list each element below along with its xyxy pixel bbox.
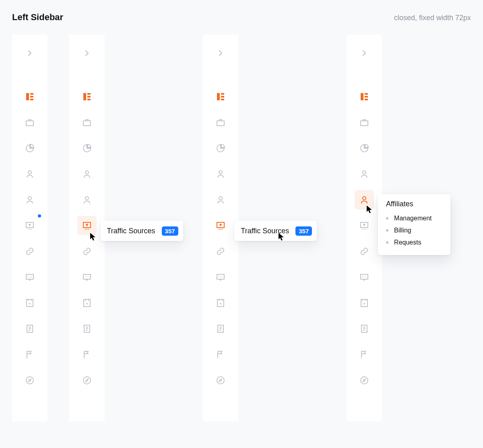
- file-star-icon: [82, 298, 92, 308]
- person-icon: [25, 169, 35, 179]
- sidebar-item-messages[interactable]: [12, 264, 47, 290]
- chevron-right-icon[interactable]: [359, 48, 369, 58]
- sidebar-item-flags[interactable]: [203, 342, 238, 367]
- briefcase-icon: [359, 118, 369, 127]
- sidebar-item-deals[interactable]: [12, 290, 47, 316]
- svg-rect-4: [26, 121, 33, 126]
- file-star-icon: [25, 298, 35, 308]
- flag-icon: [359, 350, 369, 359]
- svg-rect-0: [26, 93, 29, 100]
- sidebar-item-analytics[interactable]: [12, 135, 47, 161]
- sidebar-item-links[interactable]: [203, 239, 238, 264]
- sidebar-item-flags[interactable]: [347, 342, 382, 367]
- chevron-right-icon[interactable]: [25, 48, 35, 58]
- sidebar-item-work[interactable]: [12, 110, 47, 135]
- sidebar-item-reports[interactable]: [69, 316, 105, 342]
- sidebar-item-explore[interactable]: [69, 367, 105, 393]
- document-icon: [25, 324, 35, 334]
- sidebar-item-affiliates[interactable]: [69, 187, 105, 213]
- sidebar-item-links[interactable]: [69, 239, 105, 264]
- svg-rect-1: [30, 93, 33, 95]
- chevron-right-icon[interactable]: [216, 48, 225, 58]
- person-icon: [25, 195, 35, 205]
- variant-tooltip-popover-cursor: Traffic Sources 357: [203, 35, 347, 421]
- sidebar-item-dashboard[interactable]: [347, 84, 382, 110]
- sidebar-item-messages[interactable]: [203, 264, 238, 290]
- sidebar-item-explore[interactable]: [12, 367, 47, 393]
- compass-icon: [82, 375, 92, 385]
- sidebar-item-analytics[interactable]: [69, 135, 105, 161]
- sidebar-item-reports[interactable]: [203, 316, 238, 342]
- person-icon: [216, 169, 225, 179]
- sidebar-item-deals[interactable]: [69, 290, 105, 316]
- sidebar-item-reports[interactable]: [347, 316, 382, 342]
- sidebar-item-users[interactable]: [203, 161, 238, 187]
- sidebar-item-work[interactable]: [69, 110, 105, 135]
- tooltip-label: Traffic Sources: [241, 227, 289, 235]
- svg-rect-2: [30, 96, 33, 97]
- message-icon: [359, 272, 369, 282]
- sidebar-item-users[interactable]: [69, 161, 105, 187]
- upload-monitor-icon: [216, 221, 225, 230]
- compass-icon: [359, 375, 369, 385]
- sidebar-item-dashboard[interactable]: [12, 84, 47, 110]
- sidebar-item-explore[interactable]: [347, 367, 382, 393]
- submenu-item-requests[interactable]: Requests: [386, 236, 442, 249]
- sidebar-item-traffic-sources[interactable]: [69, 213, 105, 239]
- sidebar-item-affiliates[interactable]: [203, 187, 238, 213]
- sidebar-item-affiliates[interactable]: [347, 187, 382, 213]
- sidebar-item-reports[interactable]: [12, 316, 47, 342]
- pie-chart-icon: [359, 143, 369, 153]
- submenu-item-label: Billing: [394, 227, 411, 234]
- sidebar-item-messages[interactable]: [69, 264, 105, 290]
- sidebar-item-traffic-sources[interactable]: [203, 213, 238, 239]
- page-title: Left Sidebar: [12, 12, 63, 23]
- sidebar-item-links[interactable]: [12, 239, 47, 264]
- flag-icon: [82, 350, 92, 359]
- sidebar: [69, 35, 105, 421]
- bullet-icon: [386, 217, 388, 220]
- flag-icon: [216, 350, 225, 359]
- sidebar-item-deals[interactable]: [203, 290, 238, 316]
- sidebar-item-analytics[interactable]: [347, 135, 382, 161]
- submenu-item-billing[interactable]: Billing: [386, 224, 442, 236]
- link-icon: [359, 247, 369, 256]
- sidebar-item-dashboard[interactable]: [69, 84, 105, 110]
- submenu-item-management[interactable]: Management: [386, 212, 442, 224]
- submenu-affiliates[interactable]: Affiliates Management Billing Requests: [378, 194, 450, 255]
- svg-point-23: [83, 377, 91, 384]
- sidebar-item-deals[interactable]: [347, 290, 382, 316]
- sidebar-item-traffic-sources[interactable]: [347, 213, 382, 239]
- message-icon: [25, 272, 35, 282]
- chevron-right-icon[interactable]: [82, 48, 92, 58]
- sidebar-item-flags[interactable]: [69, 342, 105, 367]
- tooltip-traffic-sources[interactable]: Traffic Sources 357: [101, 221, 183, 241]
- sidebar-item-users[interactable]: [12, 161, 47, 187]
- sidebar-item-messages[interactable]: [347, 264, 382, 290]
- svg-rect-24: [217, 93, 220, 100]
- variant-submenu-open: Affiliates Management Billing Requests: [347, 35, 471, 421]
- svg-point-6: [28, 197, 31, 200]
- svg-rect-38: [365, 96, 368, 97]
- sidebar-item-explore[interactable]: [203, 367, 238, 393]
- svg-point-35: [217, 377, 224, 384]
- sidebar-item-flags[interactable]: [12, 342, 47, 367]
- svg-rect-40: [361, 121, 368, 126]
- sidebar-item-users[interactable]: [347, 161, 382, 187]
- sidebar-item-links[interactable]: [347, 239, 382, 264]
- pie-chart-icon: [216, 143, 225, 153]
- sidebar-item-affiliates[interactable]: [12, 187, 47, 213]
- svg-rect-39: [365, 99, 368, 100]
- tooltip-traffic-sources[interactable]: Traffic Sources 357: [234, 221, 317, 241]
- message-icon: [82, 272, 92, 282]
- sidebar-item-work[interactable]: [203, 110, 238, 135]
- bullet-icon: [386, 229, 388, 232]
- sidebar-item-dashboard[interactable]: [203, 84, 238, 110]
- sidebar: [12, 35, 47, 421]
- page-subtitle: closed, fixed width 72px: [394, 14, 471, 22]
- sidebar-item-work[interactable]: [347, 110, 382, 135]
- sidebar-item-analytics[interactable]: [203, 135, 238, 161]
- person-icon: [82, 195, 92, 205]
- sidebar-item-traffic-sources[interactable]: [12, 213, 47, 239]
- svg-rect-3: [30, 99, 33, 100]
